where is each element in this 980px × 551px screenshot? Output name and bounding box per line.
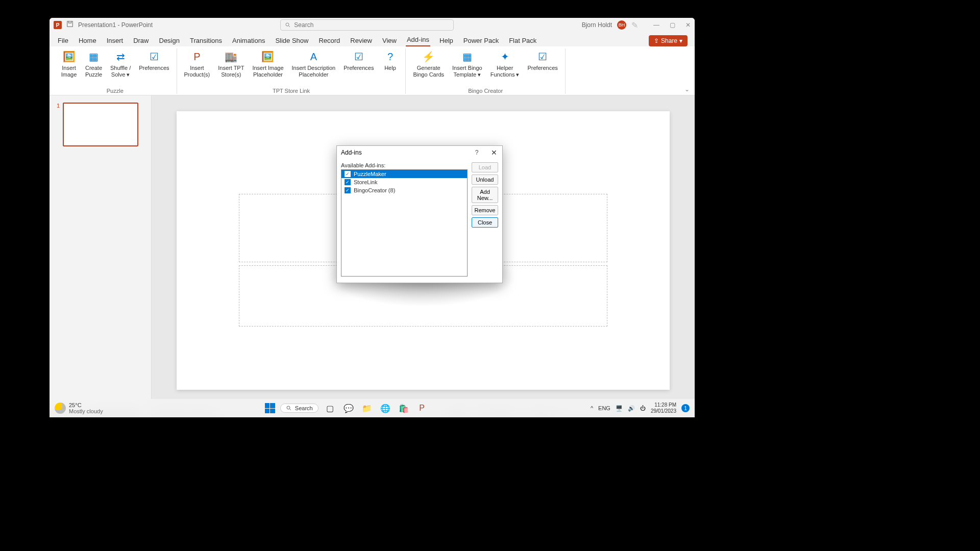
- start-button[interactable]: [265, 403, 275, 413]
- svg-rect-0: [67, 21, 73, 27]
- task-view-icon[interactable]: ▢: [324, 402, 337, 415]
- insert-image-button[interactable]: 🖼️InsertImage: [58, 48, 80, 87]
- tab-design[interactable]: Design: [158, 35, 181, 46]
- tpt-help-button[interactable]: ?Help: [379, 48, 401, 87]
- search-icon: [285, 22, 291, 28]
- windows-taskbar: 25°C Mostly cloudy Search ▢ 💬 📁 🌐 🛍️ P ^…: [50, 399, 695, 417]
- user-avatar[interactable]: BH: [617, 20, 626, 30]
- dialog-title: Add-ins: [341, 149, 473, 156]
- tab-insert[interactable]: Insert: [106, 35, 125, 46]
- tab-animations[interactable]: Animations: [231, 35, 266, 46]
- file-explorer-icon[interactable]: 📁: [360, 402, 374, 415]
- addin-item-bingocreator[interactable]: ✓BingoCreator (8): [341, 186, 467, 194]
- shuffle-solve-button[interactable]: ⇄Shuffle /Solve ▾: [107, 48, 134, 87]
- tab-review[interactable]: Review: [349, 35, 373, 46]
- notification-badge[interactable]: 1: [681, 404, 690, 412]
- ribbon: 🖼️InsertImage ▦CreatePuzzle ⇄Shuffle /So…: [50, 46, 695, 95]
- tray-clock[interactable]: 11:28 PM 29/01/2023: [651, 402, 676, 414]
- unload-button[interactable]: Unload: [472, 174, 498, 185]
- generate-bingo-button[interactable]: ⚡GenerateBingo Cards: [410, 48, 447, 87]
- tab-view[interactable]: View: [381, 35, 398, 46]
- svg-point-1: [286, 23, 289, 26]
- tray-battery-icon[interactable]: ⏻: [640, 405, 646, 411]
- insert-description-placeholder-button[interactable]: AInsert DescriptionPlaceholder: [289, 48, 339, 87]
- minimize-button[interactable]: —: [653, 21, 659, 29]
- powerpoint-window: P Presentation1 - PowerPoint Bjorn Holdt…: [50, 18, 695, 417]
- tab-slideshow[interactable]: Slide Show: [274, 35, 309, 46]
- draw-mode-icon[interactable]: ✎: [631, 20, 638, 30]
- ribbon-group-label: TPT Store Link: [181, 87, 402, 94]
- svg-point-2: [287, 406, 290, 409]
- insert-products-button[interactable]: PInsertProduct(s): [181, 48, 213, 87]
- search-bar[interactable]: [280, 19, 454, 31]
- temperature: 25°C: [69, 402, 103, 408]
- ribbon-collapse-button[interactable]: ⌄: [684, 86, 690, 93]
- ribbon-group-puzzle: 🖼️InsertImage ▦CreatePuzzle ⇄Shuffle /So…: [54, 48, 177, 94]
- addin-item-puzzlemaker[interactable]: ✓PuzzleMaker: [341, 170, 467, 178]
- save-icon[interactable]: [66, 20, 74, 30]
- tab-transitions[interactable]: Transitions: [189, 35, 223, 46]
- search-input[interactable]: [294, 21, 449, 29]
- slide-thumbnail[interactable]: [63, 103, 138, 146]
- tab-flatpack[interactable]: Flat Pack: [508, 35, 537, 46]
- weather-icon: [55, 403, 66, 414]
- checkbox-icon[interactable]: ✓: [345, 187, 351, 193]
- ribbon-group-label: Puzzle: [58, 87, 173, 94]
- powerpoint-logo-icon: P: [54, 21, 62, 29]
- tab-file[interactable]: File: [57, 35, 69, 46]
- share-button[interactable]: ⇪Share▾: [649, 35, 688, 46]
- tab-help[interactable]: Help: [438, 35, 454, 46]
- close-window-button[interactable]: ✕: [685, 21, 691, 29]
- tray-volume-icon[interactable]: 🔊: [628, 405, 635, 412]
- edge-icon[interactable]: 🌐: [379, 402, 392, 415]
- dialog-help-button[interactable]: ?: [473, 149, 481, 156]
- bingo-preferences-button[interactable]: ☑Preferences: [524, 48, 560, 87]
- ribbon-group-label: Bingo Creator: [410, 87, 560, 94]
- powerpoint-taskbar-icon[interactable]: P: [415, 402, 429, 415]
- tpt-preferences-button[interactable]: ☑Preferences: [340, 48, 377, 87]
- taskbar-search[interactable]: Search: [280, 404, 318, 413]
- addins-dialog: Add-ins ? ✕ Available Add-ins: ✓PuzzleMa…: [336, 145, 503, 283]
- ribbon-group-bingo: ⚡GenerateBingo Cards ▦Insert BingoTempla…: [406, 48, 565, 94]
- tab-record[interactable]: Record: [317, 35, 341, 46]
- tab-addins[interactable]: Add-ins: [406, 34, 430, 46]
- add-new-button[interactable]: Add New...: [472, 187, 498, 203]
- create-puzzle-button[interactable]: ▦CreatePuzzle: [82, 48, 105, 87]
- user-name: Bjorn Holdt: [582, 21, 612, 29]
- maximize-button[interactable]: ▢: [670, 21, 675, 29]
- slide-number: 1: [57, 103, 60, 146]
- tab-powerpack[interactable]: Power Pack: [462, 35, 500, 46]
- helper-functions-button[interactable]: ✦HelperFunctions ▾: [487, 48, 523, 87]
- remove-button[interactable]: Remove: [472, 205, 498, 215]
- dialog-header: Add-ins ? ✕: [337, 146, 502, 159]
- weather-widget[interactable]: 25°C Mostly cloudy: [55, 402, 103, 414]
- search-icon: [286, 405, 292, 411]
- slide-thumbnails-panel[interactable]: 1: [50, 95, 152, 406]
- chat-icon[interactable]: 💬: [342, 402, 355, 415]
- menu-bar: File Home Insert Draw Design Transitions…: [50, 32, 695, 46]
- tab-home[interactable]: Home: [78, 35, 97, 46]
- close-button[interactable]: Close: [472, 217, 498, 228]
- insert-image-placeholder-button[interactable]: 🖼️Insert ImagePlaceholder: [249, 48, 286, 87]
- addins-list[interactable]: ✓PuzzleMaker ✓StoreLink ✓BingoCreator (8…: [341, 169, 468, 277]
- titlebar: P Presentation1 - PowerPoint Bjorn Holdt…: [50, 18, 695, 32]
- checkbox-icon[interactable]: ✓: [345, 179, 351, 185]
- checkbox-icon[interactable]: ✓: [345, 171, 351, 177]
- tray-display-icon[interactable]: 🖥️: [616, 405, 623, 412]
- load-button[interactable]: Load: [472, 162, 498, 172]
- addin-item-storelink[interactable]: ✓StoreLink: [341, 178, 467, 186]
- weather-desc: Mostly cloudy: [69, 408, 103, 414]
- insert-tpt-stores-button[interactable]: 🏬Insert TPTStore(s): [215, 48, 247, 87]
- document-title: Presentation1 - PowerPoint: [78, 21, 153, 29]
- dialog-close-icon[interactable]: ✕: [490, 148, 498, 157]
- tray-language[interactable]: ENG: [598, 405, 610, 411]
- tray-chevron-icon[interactable]: ^: [591, 405, 593, 411]
- puzzle-preferences-button[interactable]: ☑Preferences: [136, 48, 172, 87]
- ribbon-group-tpt: PInsertProduct(s) 🏬Insert TPTStore(s) 🖼️…: [177, 48, 406, 94]
- insert-bingo-template-button[interactable]: ▦Insert BingoTemplate ▾: [449, 48, 485, 87]
- account-area[interactable]: Bjorn Holdt BH ✎ — ▢ ✕: [582, 20, 691, 30]
- available-addins-label: Available Add-ins:: [341, 162, 468, 168]
- tab-draw[interactable]: Draw: [132, 35, 150, 46]
- store-icon[interactable]: 🛍️: [397, 402, 410, 415]
